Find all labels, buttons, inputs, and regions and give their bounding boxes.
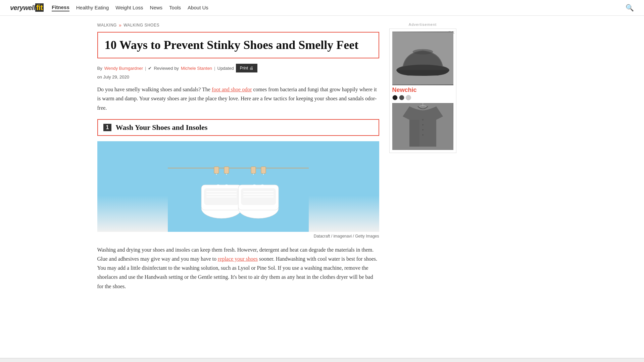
by-label: By — [97, 66, 102, 71]
date-line: on July 29, 2020 — [97, 74, 379, 80]
svg-point-28 — [422, 124, 424, 125]
author-link[interactable]: Wendy Bumgardner — [104, 66, 143, 71]
nav-item-fitness[interactable]: Fitness — [52, 4, 69, 11]
section-1-heading: 1 Wash Your Shoes and Insoles — [97, 119, 379, 136]
section-1-num: 1 — [103, 124, 112, 131]
article-title: 10 Ways to Prevent Stinky Shoes and Smel… — [105, 38, 372, 52]
washing-body: Washing and drying your shoes and insole… — [97, 245, 379, 291]
svg-rect-11 — [224, 167, 229, 173]
print-icon: 🖨 — [249, 66, 253, 70]
ad-hat-image — [392, 32, 453, 85]
main-nav: Fitness Healthy Eating Weight Loss News … — [52, 4, 208, 11]
checkmark-icon: ✔ — [148, 66, 152, 71]
foot-shoe-odor-link[interactable]: foot and shoe odor — [212, 87, 252, 92]
nav-item-healthy-eating[interactable]: Healthy Eating — [76, 5, 109, 11]
search-button[interactable]: 🔍 — [626, 4, 634, 12]
ad-brand-name: Newchic — [392, 87, 453, 94]
breadcrumb-walking[interactable]: WALKING — [97, 23, 117, 28]
nav-item-news[interactable]: News — [150, 5, 163, 11]
nav-item-weight-loss[interactable]: Weight Loss — [115, 5, 143, 11]
shoes-illustration — [97, 141, 379, 232]
title-box: 10 Ways to Prevent Stinky Shoes and Smel… — [97, 32, 379, 58]
logo-text-verywell: verywell — [10, 4, 35, 11]
updated-divider: | — [214, 66, 215, 71]
ad-color-dots — [392, 95, 453, 100]
header-left: verywellfit Fitness Healthy Eating Weigh… — [10, 3, 208, 12]
svg-point-24 — [412, 49, 433, 54]
nav-item-about-us[interactable]: About Us — [188, 5, 208, 11]
ad-shirt-image — [392, 103, 453, 150]
intro-text-1: Do you have smelly walking shoes and san… — [97, 87, 212, 92]
svg-point-27 — [422, 119, 424, 120]
section-1-heading-text: Wash Your Shoes and Insoles — [115, 123, 207, 132]
article-image — [97, 141, 379, 232]
replace-shoes-link[interactable]: replace your shoes — [218, 256, 258, 262]
ad-dot-1[interactable] — [392, 95, 398, 100]
svg-rect-20 — [251, 167, 256, 173]
site-logo[interactable]: verywellfit — [10, 3, 44, 12]
search-icon: 🔍 — [626, 4, 634, 11]
author-divider: | — [145, 66, 146, 71]
print-label: Print — [240, 66, 248, 70]
svg-point-30 — [422, 134, 424, 136]
reviewed-by-label: Reviewed by — [154, 66, 179, 71]
nav-item-tools[interactable]: Tools — [169, 5, 181, 11]
site-header: verywellfit Fitness Healthy Eating Weigh… — [0, 0, 644, 16]
svg-rect-10 — [214, 167, 219, 173]
ad-dot-2[interactable] — [399, 95, 404, 100]
page-container: WALKING » WALKING SHOES 10 Ways to Preve… — [87, 16, 557, 298]
updated-label: Updated — [217, 66, 234, 71]
image-caption: Datacraft / imagenavi / Getty Images — [97, 234, 379, 239]
main-content: WALKING » WALKING SHOES 10 Ways to Preve… — [97, 22, 379, 291]
breadcrumb: WALKING » WALKING SHOES — [97, 22, 379, 28]
breadcrumb-separator-1: » — [119, 22, 121, 28]
ad-label: Advertisement — [389, 22, 456, 27]
reviewer-link[interactable]: Michele Stanten — [181, 66, 212, 71]
article-intro: Do you have smelly walking shoes and san… — [97, 85, 379, 112]
svg-rect-21 — [261, 167, 266, 173]
sidebar: Advertisement D X — [389, 22, 456, 291]
author-line: By Wendy Bumgardner | ✔ Reviewed by Mich… — [97, 64, 379, 72]
ad-box: D X Newchic — [389, 29, 456, 153]
logo-text-fit: fit — [35, 3, 44, 12]
ad-dot-3[interactable] — [406, 95, 411, 100]
print-button[interactable]: Print 🖨 — [236, 64, 258, 72]
svg-point-29 — [422, 129, 424, 131]
breadcrumb-walking-shoes[interactable]: WALKING SHOES — [123, 23, 159, 28]
